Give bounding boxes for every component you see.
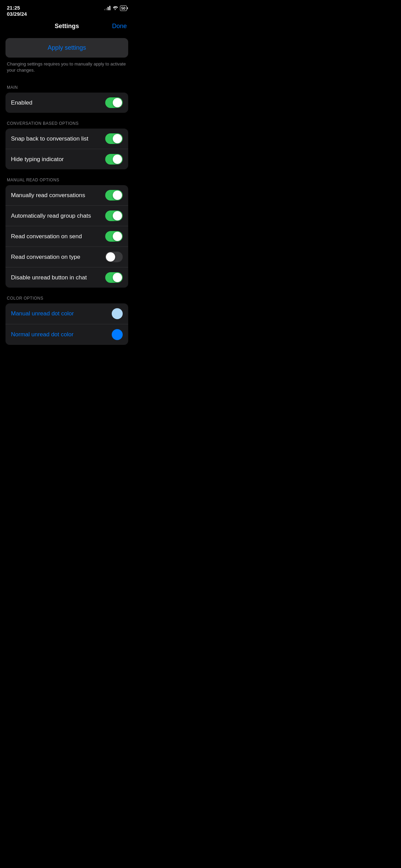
color-dot-manual-dot-color[interactable]	[112, 308, 123, 319]
apply-settings-button[interactable]: Apply settings	[5, 38, 128, 58]
toggle-disable-unread[interactable]	[105, 272, 123, 283]
apply-description: Changing settings requires you to manual…	[5, 61, 128, 73]
toggle-knob-enabled	[113, 98, 122, 107]
toggle-read-send[interactable]	[105, 231, 123, 242]
toggle-read-type[interactable]	[105, 252, 123, 262]
row-label-read-type: Read conversation on type	[11, 254, 80, 261]
done-button[interactable]: Done	[112, 23, 127, 30]
battery-level: 50	[120, 5, 127, 11]
toggle-knob-disable-unread	[113, 273, 122, 282]
section-label-2: MANUAL READ OPTIONS	[5, 178, 128, 182]
toggle-knob-snap-back	[113, 134, 122, 143]
color-dot-normal-dot-color[interactable]	[112, 329, 123, 340]
section-label-1: CONVERSATION BASED OPTIONS	[5, 121, 128, 126]
row-label-hide-typing: Hide typing indicator	[11, 156, 64, 163]
settings-row-read-type[interactable]: Read conversation on type	[5, 247, 128, 267]
settings-row-hide-typing[interactable]: Hide typing indicator	[5, 149, 128, 169]
toggle-hide-typing[interactable]	[105, 154, 123, 165]
row-label-manually-read: Manually read conversations	[11, 192, 85, 199]
settings-row-manual-dot-color[interactable]: Manual unread dot color	[5, 303, 128, 324]
settings-group-2: Manually read conversationsAutomatically…	[5, 185, 128, 288]
status-time-block: 21:25 03/29/24	[7, 5, 27, 17]
toggle-knob-manually-read	[113, 191, 122, 200]
toggle-snap-back[interactable]	[105, 133, 123, 144]
row-label-auto-group: Automatically read group chats	[11, 213, 91, 219]
row-label-enabled: Enabled	[11, 99, 32, 106]
nav-bar: Settings Done	[0, 19, 134, 35]
settings-row-snap-back[interactable]: Snap back to conversation list	[5, 129, 128, 149]
settings-row-normal-dot-color[interactable]: Normal unread dot color	[5, 324, 128, 345]
row-label-snap-back: Snap back to conversation list	[11, 135, 88, 142]
settings-group-0: Enabled	[5, 93, 128, 113]
toggle-auto-group[interactable]	[105, 210, 123, 221]
section-label-3: COLOR OPTIONS	[5, 296, 128, 301]
settings-group-1: Snap back to conversation listHide typin…	[5, 129, 128, 169]
settings-group-3: Manual unread dot colorNormal unread dot…	[5, 303, 128, 345]
settings-row-auto-group[interactable]: Automatically read group chats	[5, 206, 128, 226]
time: 21:25	[7, 5, 27, 11]
toggle-knob-read-type	[106, 252, 115, 262]
main-content: Apply settings Changing settings require…	[0, 35, 134, 85]
row-label-disable-unread: Disable unread button in chat	[11, 274, 87, 281]
settings-row-disable-unread[interactable]: Disable unread button in chat	[5, 267, 128, 288]
settings-row-manually-read[interactable]: Manually read conversations	[5, 185, 128, 206]
status-bar: 21:25 03/29/24 50	[0, 0, 134, 19]
battery-icon: 50	[120, 5, 127, 11]
toggle-enabled[interactable]	[105, 97, 123, 108]
section-label-0: MAIN	[5, 85, 128, 90]
toggle-knob-read-send	[113, 232, 122, 241]
settings-row-read-send[interactable]: Read conversation on send	[5, 226, 128, 247]
toggle-knob-hide-typing	[113, 155, 122, 164]
date: 03/29/24	[7, 11, 27, 17]
status-icons: 50	[104, 5, 127, 11]
signal-icon	[104, 6, 110, 10]
page-title: Settings	[54, 23, 79, 30]
row-label-normal-dot-color: Normal unread dot color	[11, 331, 73, 338]
row-label-read-send: Read conversation on send	[11, 233, 82, 240]
settings-row-enabled[interactable]: Enabled	[5, 93, 128, 113]
toggle-manually-read[interactable]	[105, 190, 123, 201]
wifi-icon	[112, 6, 118, 11]
toggle-knob-auto-group	[113, 211, 122, 220]
row-label-manual-dot-color: Manual unread dot color	[11, 310, 74, 317]
